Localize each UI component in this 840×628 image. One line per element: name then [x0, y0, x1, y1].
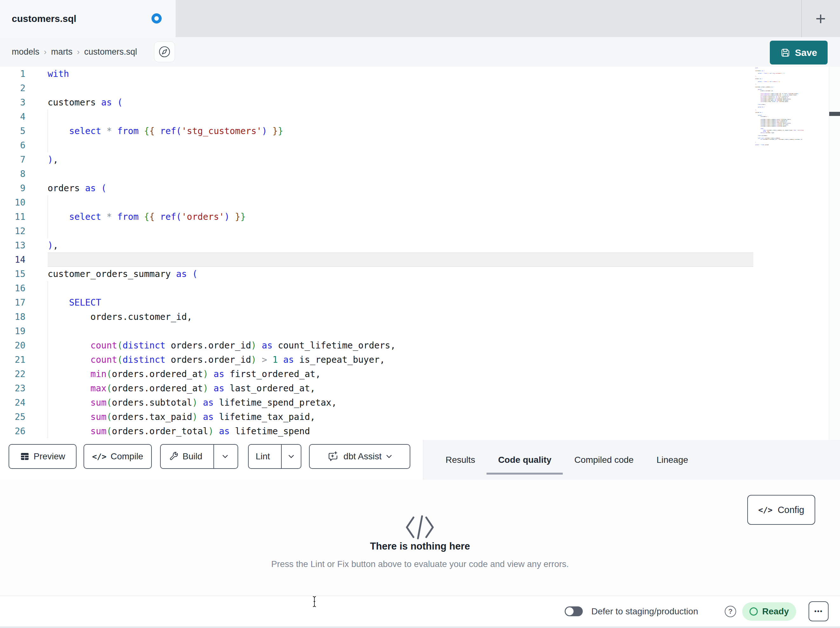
compass-icon [158, 46, 171, 58]
new-tab-button[interactable]: + [801, 0, 840, 37]
code-line[interactable]: 10 [0, 195, 840, 210]
code-line[interactable]: 15customer_orders_summary as ( [0, 267, 840, 281]
chevron-down-icon [289, 455, 294, 458]
indent-guide [47, 109, 48, 124]
preview-button[interactable]: Preview [9, 444, 77, 469]
code-line[interactable]: 9orders as ( [0, 181, 840, 195]
code-line[interactable]: 1with [0, 67, 840, 81]
code-line[interactable]: 4 [0, 109, 840, 124]
code-brackets-icon: </> [758, 505, 773, 515]
tab-results[interactable]: Results [434, 440, 486, 480]
code-line[interactable]: 5 select * from {{ ref('stg_customers') … [0, 124, 840, 138]
indent-guide [47, 281, 48, 296]
save-icon [780, 47, 791, 58]
code-line[interactable]: 3customers as ( [0, 95, 840, 109]
indent-guide [47, 353, 48, 367]
code-line-content [47, 324, 753, 338]
tab-lineage[interactable]: Lineage [645, 440, 699, 480]
line-number: 10 [0, 195, 25, 210]
lint-button[interactable]: Lint [249, 445, 277, 468]
config-button[interactable]: </> Config [747, 495, 815, 525]
code-line[interactable]: 24 sum(orders.subtotal) as lifetime_spen… [0, 395, 840, 410]
code-line-content [47, 253, 753, 267]
defer-toggle[interactable] [565, 606, 583, 616]
code-brackets-icon: </> [92, 452, 106, 461]
tab-code-quality[interactable]: Code quality [486, 440, 563, 480]
editor-scrollbar-thumb[interactable] [829, 112, 840, 116]
status-badge: Ready [742, 602, 796, 621]
code-line[interactable]: 26 sum(orders.order_total) as lifetime_s… [0, 424, 840, 438]
tab-compiled-code[interactable]: Compiled code [563, 440, 645, 480]
code-line[interactable]: 7), [0, 152, 840, 167]
code-line[interactable]: 22 min(orders.ordered_at) as first_order… [0, 367, 840, 381]
code-brackets-empty-icon [404, 515, 436, 540]
breadcrumb-separator: › [39, 47, 51, 57]
indent-guide [47, 395, 48, 410]
code-line[interactable]: 8 [0, 167, 840, 181]
code-line[interactable]: 17 SELECT [0, 296, 840, 310]
code-line[interactable]: 21 count(distinct orders.order_id) > 1 a… [0, 353, 840, 367]
line-number: 22 [0, 367, 25, 381]
line-number: 20 [0, 338, 25, 353]
code-line[interactable]: 11 select * from {{ ref('orders') }} [0, 210, 840, 224]
indent-guide [47, 124, 48, 138]
toggle-knob [565, 607, 573, 615]
code-editor[interactable]: 1with23customers as (45 select * from {{… [0, 67, 840, 440]
line-number: 2 [0, 81, 25, 95]
line-number: 12 [0, 224, 25, 238]
dbt-assist-button-label: dbt Assist [344, 451, 382, 462]
code-line-content: sum(orders.subtotal) as lifetime_spend_p… [47, 395, 753, 410]
breadcrumb-item[interactable]: models [12, 47, 39, 57]
indent-guide [47, 224, 48, 238]
code-line[interactable]: 2 [0, 81, 840, 95]
editor-scrollbar[interactable] [829, 67, 840, 440]
status-badge-label: Ready [762, 606, 789, 617]
code-line[interactable]: 12 [0, 224, 840, 238]
line-number: 25 [0, 410, 25, 424]
line-number: 1 [0, 67, 25, 81]
code-line-content: orders.customer_id, [47, 310, 753, 324]
code-line-content: count(distinct orders.order_id) > 1 as i… [47, 353, 753, 367]
line-number: 13 [0, 238, 25, 253]
code-line[interactable]: 13), [0, 238, 840, 253]
help-icon[interactable]: ? [725, 606, 736, 617]
build-dropdown-button[interactable] [213, 445, 236, 468]
file-tab-customers-sql[interactable]: customers.sql [0, 0, 175, 37]
status-circle-icon [750, 607, 758, 615]
code-line[interactable]: 6 [0, 138, 840, 152]
line-number: 4 [0, 109, 25, 124]
save-button-label: Save [795, 47, 817, 58]
overflow-menu-button[interactable]: ••• [808, 601, 829, 621]
lint-dropdown-button[interactable] [281, 445, 301, 468]
editor-tab-bar: customers.sql + [0, 0, 840, 37]
build-split-button: Build [160, 444, 238, 469]
code-line-content [47, 167, 753, 181]
code-line-content: orders as ( [47, 181, 753, 195]
breadcrumb-bar: models›marts›customers.sql Save [0, 37, 840, 67]
code-line[interactable]: 20 count(distinct orders.order_id) as co… [0, 338, 840, 353]
breadcrumb: models›marts›customers.sql [12, 37, 137, 67]
indent-guide [47, 310, 48, 324]
indent-guide [47, 210, 48, 224]
table-icon [20, 452, 30, 461]
dbt-assist-button[interactable]: dbt Assist [309, 444, 410, 469]
code-line[interactable]: 23 max(orders.ordered_at) as last_ordere… [0, 381, 840, 395]
explore-lineage-button[interactable] [154, 41, 175, 62]
code-line[interactable]: 18 orders.customer_id, [0, 310, 840, 324]
code-line-content [47, 138, 753, 152]
chevron-down-icon [387, 455, 392, 458]
code-line[interactable]: 14 [0, 253, 840, 267]
minimap[interactable]: with customers as ( select * from {{ ref… [755, 67, 806, 150]
code-line-content: select * from {{ ref('orders') }} [47, 210, 753, 224]
breadcrumb-item[interactable]: marts [51, 47, 73, 57]
assist-chat-plus-icon [328, 451, 338, 462]
config-button-label: Config [778, 505, 804, 515]
file-tab-title: customers.sql [12, 13, 76, 24]
breadcrumb-item[interactable]: customers.sql [84, 47, 137, 57]
save-button[interactable]: Save [770, 41, 827, 65]
code-line[interactable]: 19 [0, 324, 840, 338]
code-line[interactable]: 25 sum(orders.tax_paid) as lifetime_tax_… [0, 410, 840, 424]
compile-button[interactable]: </> Compile [84, 444, 152, 469]
code-line[interactable]: 16 [0, 281, 840, 296]
build-button[interactable]: Build [162, 445, 209, 468]
